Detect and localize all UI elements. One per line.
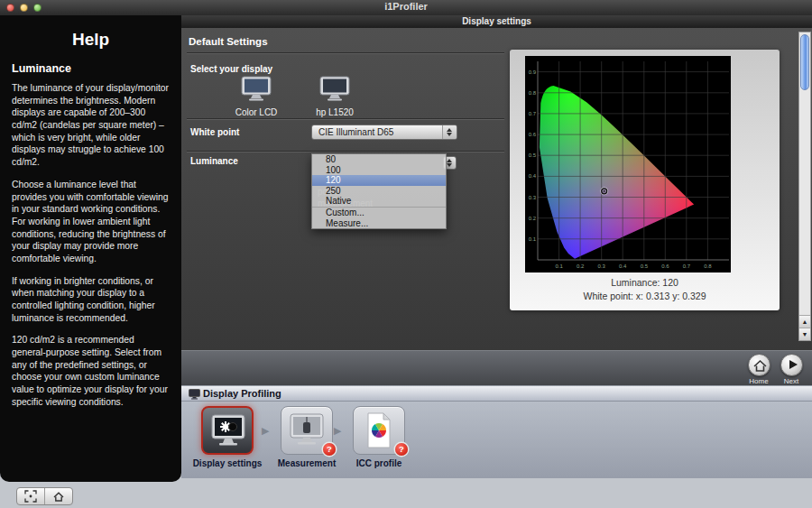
y-tick-label: 0.7	[529, 111, 537, 116]
luminance-option-selected[interactable]: 120	[312, 175, 446, 186]
x-tick-label: 0.3	[598, 263, 606, 269]
page-title: Display settings	[181, 15, 812, 28]
divider	[187, 118, 504, 120]
window-title: i1Profiler	[0, 1, 812, 12]
vertical-scrollbar[interactable]: ▲ ▼	[798, 32, 811, 341]
y-axis-tick-labels: 0.1 0.2 0.3 0.4 0.5 0.6 0.7 0.8 0.9	[529, 69, 537, 242]
workflow-header: Display Profiling	[181, 385, 812, 402]
luminance-option[interactable]: Custom...	[312, 207, 446, 218]
y-tick-label: 0.9	[529, 69, 537, 75]
nav-band: Home Next	[181, 350, 812, 386]
luminance-menu: 80 100 120 250 Native Custom... Measure.…	[311, 153, 447, 229]
home-view-button[interactable]	[44, 488, 72, 504]
popup-arrows-icon	[442, 125, 457, 139]
scroll-down-button[interactable]: ▼	[799, 328, 810, 340]
x-tick-label: 0.1	[555, 263, 563, 269]
luminance-option[interactable]: Native	[312, 196, 446, 207]
settings-content: Default Settings Select your display Col…	[181, 28, 812, 351]
incomplete-badge: ?	[323, 443, 336, 456]
x-tick-label: 0.8	[704, 263, 712, 269]
x-tick-label: 0.6	[661, 263, 669, 269]
display-option-label: Color LCD	[225, 107, 288, 117]
next-label: Next	[773, 377, 809, 385]
luminance-option[interactable]: Measure...	[312, 218, 446, 229]
arrow-up-icon	[447, 159, 452, 162]
display-option-hp-l1520[interactable]: hp L1520	[303, 75, 366, 117]
workflow-strip: Display settings ▶ ? Measurement ▶	[181, 402, 812, 478]
next-button[interactable]: Next	[773, 354, 809, 385]
play-icon	[789, 360, 798, 369]
y-tick-label: 0.4	[529, 173, 537, 179]
white-point-label: White point	[190, 127, 239, 137]
monitor-icon	[239, 75, 273, 102]
x-tick-label: 0.2	[577, 263, 585, 269]
fit-view-button[interactable]	[17, 488, 44, 504]
display-option-label: hp L1520	[303, 107, 366, 117]
help-paragraph: If working in brighter conditions, or wh…	[12, 275, 170, 325]
x-tick-label: 0.7	[683, 263, 691, 269]
workflow-step-measurement[interactable]: ? Measurement	[268, 406, 346, 468]
white-point-dropdown[interactable]: CIE Illuminant D65	[311, 125, 457, 140]
workflow-step-label: ICC profile	[340, 458, 418, 468]
scrollbar-arrows: ▲ ▼	[799, 315, 810, 340]
workflow-step-icc-profile[interactable]: ? ICC profile	[340, 406, 418, 468]
workflow-title: Display Profiling	[203, 388, 281, 399]
house-icon	[52, 491, 65, 503]
help-paragraph: 120 cd/m2 is a recommended general-purpo…	[12, 334, 170, 408]
measurement-card[interactable]: ?	[281, 406, 333, 455]
view-toolbar	[16, 487, 73, 505]
scroll-up-button[interactable]: ▲	[799, 315, 810, 328]
help-paragraph: Choose a luminance level that provides y…	[12, 179, 170, 265]
luminance-option[interactable]: 80	[312, 154, 446, 165]
white-point-readout: White point: x: 0.313 y: 0.329	[510, 291, 780, 301]
incomplete-badge: ?	[395, 443, 408, 456]
white-point-marker	[601, 188, 608, 195]
monitor-icon	[318, 75, 352, 102]
home-icon	[749, 355, 771, 377]
display-option-color-lcd[interactable]: Color LCD	[225, 75, 288, 117]
x-tick-label: 0.5	[641, 263, 649, 269]
home-label: Home	[741, 377, 777, 385]
help-title: Help	[0, 30, 181, 50]
luminance-option[interactable]: 250	[312, 186, 446, 197]
section-title: Default Settings	[189, 36, 268, 47]
luminance-option[interactable]: 100	[312, 165, 446, 176]
app-window: i1Profiler Help Luminance The luminance …	[0, 0, 812, 508]
icc-profile-icon	[359, 411, 399, 450]
divider	[187, 151, 504, 152]
cie-chromaticity-diagram: 0.1 0.2 0.3 0.4 0.5 0.6 0.7 0.8 0.1 0.2 …	[525, 56, 731, 272]
y-tick-label: 0.6	[529, 132, 537, 137]
y-tick-label: 0.8	[529, 90, 537, 96]
y-tick-label: 0.5	[529, 152, 537, 158]
fit-frame-icon	[24, 490, 37, 503]
help-section-title: Luminance	[12, 62, 170, 75]
help-paragraph: The luminance of your display/monitor de…	[12, 82, 170, 169]
scrollbar-thumb[interactable]	[800, 34, 809, 90]
arrow-down-icon	[447, 163, 452, 167]
y-tick-label: 0.3	[529, 195, 537, 200]
y-tick-label: 0.1	[529, 236, 537, 242]
luminance-label: Luminance	[190, 156, 238, 166]
display-settings-card[interactable]	[201, 406, 254, 455]
chromaticity-panel: 0.1 0.2 0.3 0.4 0.5 0.6 0.7 0.8 0.1 0.2 …	[510, 50, 780, 310]
select-display-label: Select your display	[190, 64, 272, 74]
x-tick-label: 0.4	[619, 263, 627, 269]
titlebar: i1Profiler	[0, 0, 812, 16]
home-button[interactable]: Home	[741, 354, 777, 385]
workflow-step-label: Measurement	[268, 458, 346, 468]
display-calibration-icon	[208, 413, 248, 449]
y-tick-label: 0.2	[529, 216, 537, 221]
icc-profile-card[interactable]: ?	[353, 406, 405, 455]
divider	[187, 52, 504, 54]
workflow-step-label: Display settings	[189, 458, 266, 468]
measurement-device-icon	[287, 412, 327, 448]
luminance-readout: Luminance: 120	[510, 277, 780, 288]
white-point-value: CIE Illuminant D65	[318, 127, 393, 137]
display-icon	[189, 389, 200, 400]
workflow-step-display-settings[interactable]: Display settings	[189, 406, 266, 468]
help-panel: Help Luminance The luminance of your dis…	[0, 15, 181, 482]
